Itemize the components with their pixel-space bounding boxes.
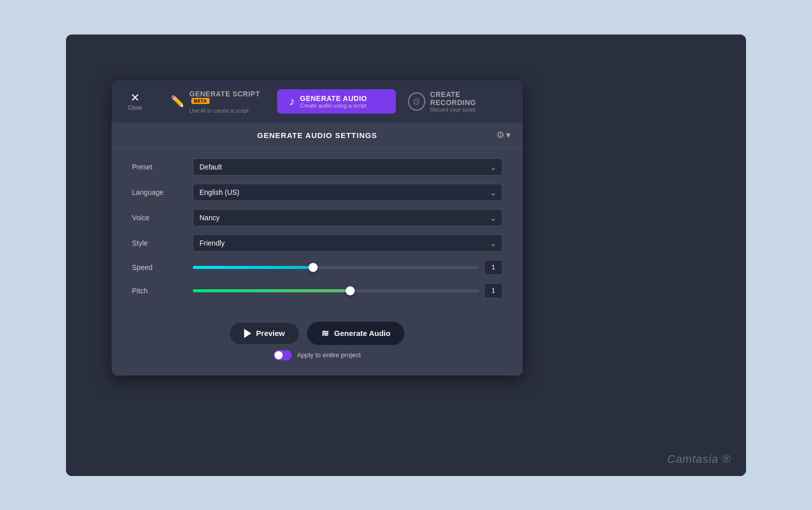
style-select[interactable]: Friendly bbox=[193, 234, 502, 252]
language-label: Language bbox=[132, 188, 193, 196]
settings-title: GENERATE AUDIO SETTINGS bbox=[257, 131, 377, 140]
app-window: dio recording. The first tip is to take … bbox=[66, 35, 746, 476]
tab-audio-subtitle: Create audio using a script bbox=[300, 103, 367, 109]
voice-label: Voice bbox=[132, 214, 193, 222]
preset-select[interactable]: Default bbox=[193, 158, 502, 176]
apply-toggle-row: Apply to entire project bbox=[274, 350, 361, 360]
actions-row: Preview ≋ Generate Audio Apply to entire… bbox=[112, 317, 523, 365]
tab-create-recording[interactable]: ⊙ CREATE RECORDING Record your script bbox=[396, 85, 515, 118]
tab-generate-script[interactable]: ✏️ GENERATE SCRIPT BETA Use AI to create… bbox=[158, 84, 277, 119]
pitch-slider[interactable] bbox=[193, 286, 479, 296]
tab-script-title: GENERATE SCRIPT BETA bbox=[189, 90, 260, 107]
language-row: Language English (US) bbox=[132, 184, 502, 201]
play-icon bbox=[244, 329, 251, 338]
style-select-wrapper: Friendly bbox=[193, 234, 502, 252]
voice-row: Voice Nancy bbox=[132, 209, 502, 226]
voice-select-wrapper: Nancy bbox=[193, 209, 502, 226]
preview-label: Preview bbox=[256, 329, 285, 337]
tab-recording-subtitle: Record your script bbox=[430, 107, 502, 113]
pitch-value: 1 bbox=[484, 283, 502, 298]
settings-panel: GENERATE AUDIO SETTINGS ⚙ ▾ Preset Defau… bbox=[112, 123, 523, 376]
tab-toolbar: ✕ Close ✏️ GENERATE SCRIPT BETA Use AI t… bbox=[112, 80, 523, 123]
pitch-slider-container: 1 bbox=[193, 283, 502, 298]
pitch-thumb[interactable] bbox=[346, 286, 355, 295]
language-select-wrapper: English (US) bbox=[193, 184, 502, 201]
audio-icon: ♪ bbox=[289, 95, 295, 108]
tab-generate-audio[interactable]: ♪ GENERATE AUDIO Create audio using a sc… bbox=[277, 89, 396, 114]
gear-chevron: ▾ bbox=[506, 129, 511, 141]
close-label: Close bbox=[128, 105, 142, 111]
speed-label: Speed bbox=[132, 263, 193, 271]
pitch-row: Pitch 1 bbox=[132, 283, 502, 298]
speed-fill bbox=[193, 266, 313, 269]
buttons-row: Preview ≋ Generate Audio bbox=[230, 322, 405, 345]
preset-row: Preset Default bbox=[132, 158, 502, 176]
main-dialog: ✕ Close ✏️ GENERATE SCRIPT BETA Use AI t… bbox=[112, 80, 523, 376]
style-label: Style bbox=[132, 239, 193, 247]
apply-toggle[interactable] bbox=[274, 350, 292, 360]
tab-recording-title: CREATE RECORDING bbox=[430, 90, 502, 107]
speed-thumb[interactable] bbox=[309, 263, 318, 272]
tab-script-subtitle: Use AI to create a script bbox=[189, 108, 265, 114]
beta-badge: BETA bbox=[191, 98, 210, 104]
settings-form: Preset Default Language English (US) bbox=[112, 148, 523, 317]
gear-button[interactable]: ⚙ ▾ bbox=[496, 129, 511, 141]
tab-audio-title: GENERATE AUDIO bbox=[300, 94, 367, 103]
script-icon: ✏️ bbox=[171, 95, 184, 108]
preset-select-wrapper: Default bbox=[193, 158, 502, 176]
settings-header: GENERATE AUDIO SETTINGS ⚙ ▾ bbox=[112, 123, 523, 148]
speed-slider[interactable] bbox=[193, 262, 479, 273]
recording-icon: ⊙ bbox=[408, 92, 425, 111]
voice-select[interactable]: Nancy bbox=[193, 209, 502, 226]
speed-row: Speed 1 bbox=[132, 260, 502, 275]
generate-audio-button[interactable]: ≋ Generate Audio bbox=[307, 322, 404, 345]
apply-label: Apply to entire project bbox=[297, 351, 361, 359]
gear-icon: ⚙ bbox=[496, 129, 504, 141]
speed-value: 1 bbox=[484, 260, 502, 275]
preset-label: Preset bbox=[132, 163, 193, 171]
camtasia-watermark: Camtasia ® bbox=[667, 453, 731, 466]
speed-slider-container: 1 bbox=[193, 260, 502, 275]
close-button[interactable]: ✕ Close bbox=[120, 92, 150, 111]
close-icon: ✕ bbox=[130, 92, 140, 104]
waveform-icon: ≋ bbox=[321, 328, 329, 339]
pitch-label: Pitch bbox=[132, 287, 193, 295]
style-row: Style Friendly bbox=[132, 234, 502, 252]
pitch-fill bbox=[193, 289, 350, 292]
preview-button[interactable]: Preview bbox=[230, 323, 299, 344]
language-select[interactable]: English (US) bbox=[193, 184, 502, 201]
generate-label: Generate Audio bbox=[334, 329, 390, 337]
